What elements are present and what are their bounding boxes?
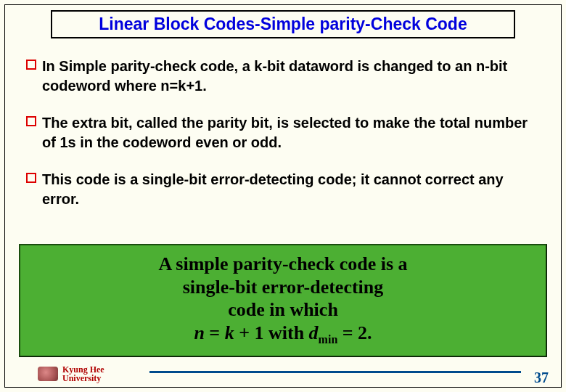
callout-line: A simple parity-check code is a <box>158 253 407 274</box>
callout-eq: + 1 with <box>234 322 309 343</box>
callout-var-d: d <box>309 322 319 343</box>
university-brand: Kyung Hee University <box>38 365 104 383</box>
bullet-text: In Simple parity-check code, a k-bit dat… <box>42 57 540 96</box>
bullet-item: This code is a single-bit error-detectin… <box>26 170 540 209</box>
bullet-square-icon <box>26 173 36 183</box>
callout-var-k: k <box>225 322 234 343</box>
callout-var-n: n <box>194 322 204 343</box>
bullet-item: In Simple parity-check code, a k-bit dat… <box>26 57 540 96</box>
footer-divider <box>149 371 521 373</box>
bullet-text: The extra bit, called the parity bit, is… <box>42 113 540 152</box>
page-number: 37 <box>534 369 549 386</box>
callout-eq: = 2. <box>337 322 372 343</box>
bullet-square-icon <box>26 60 36 70</box>
callout-eq: = <box>205 322 225 343</box>
callout-line: single-bit error-detecting <box>183 277 384 298</box>
footer: Kyung Hee University 37 <box>4 362 562 388</box>
title-box: Linear Block Codes-Simple parity-Check C… <box>51 10 515 38</box>
callout-line: code in which <box>228 299 338 320</box>
callout-sub: min <box>319 333 338 346</box>
bullet-text: This code is a single-bit error-detectin… <box>42 170 540 209</box>
university-name: Kyung Hee University <box>62 365 104 383</box>
bullet-item: The extra bit, called the parity bit, is… <box>26 113 540 152</box>
callout-box: A simple parity-check code is a single-b… <box>19 244 547 357</box>
bullet-list: In Simple parity-check code, a k-bit dat… <box>26 57 540 226</box>
slide-title: Linear Block Codes-Simple parity-Check C… <box>99 15 467 33</box>
bullet-square-icon <box>26 116 36 126</box>
uni-line: University <box>62 373 101 383</box>
callout-text: A simple parity-check code is a single-b… <box>29 253 537 347</box>
university-logo-icon <box>38 367 58 381</box>
